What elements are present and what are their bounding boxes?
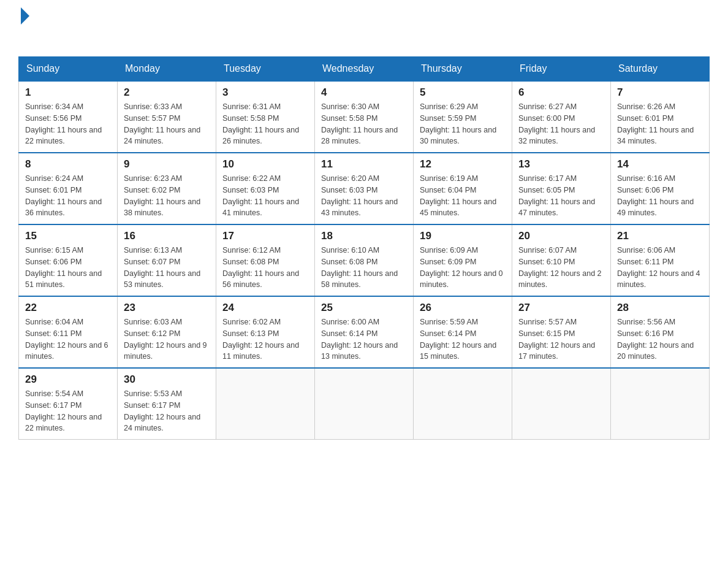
- header: [18, 12, 710, 44]
- day-number: 22: [25, 302, 111, 314]
- day-info: Sunrise: 6:26 AMSunset: 6:01 PMDaylight:…: [617, 101, 703, 147]
- calendar-cell: [414, 368, 512, 440]
- day-number: 6: [518, 86, 604, 99]
- calendar-cell: 25Sunrise: 6:00 AMSunset: 6:14 PMDayligh…: [315, 296, 414, 368]
- calendar-cell: 17Sunrise: 6:12 AMSunset: 6:08 PMDayligh…: [216, 224, 315, 296]
- calendar-cell: 14Sunrise: 6:16 AMSunset: 6:06 PMDayligh…: [611, 153, 710, 224]
- day-info: Sunrise: 6:24 AMSunset: 6:01 PMDaylight:…: [25, 173, 111, 219]
- calendar-cell: 22Sunrise: 6:04 AMSunset: 6:11 PMDayligh…: [19, 296, 118, 368]
- day-info: Sunrise: 6:07 AMSunset: 6:10 PMDaylight:…: [518, 245, 604, 291]
- logo-arrow-icon: [21, 7, 29, 25]
- day-number: 17: [222, 230, 308, 242]
- day-number: 30: [124, 373, 210, 386]
- day-info: Sunrise: 6:15 AMSunset: 6:06 PMDaylight:…: [25, 245, 111, 291]
- calendar-cell: 11Sunrise: 6:20 AMSunset: 6:03 PMDayligh…: [315, 153, 414, 224]
- calendar-cell: 28Sunrise: 5:56 AMSunset: 6:16 PMDayligh…: [611, 296, 710, 368]
- calendar-cell: 16Sunrise: 6:13 AMSunset: 6:07 PMDayligh…: [118, 224, 216, 296]
- weekday-header-wednesday: Wednesday: [315, 57, 414, 82]
- day-number: 27: [518, 302, 604, 314]
- day-info: Sunrise: 5:53 AMSunset: 6:17 PMDaylight:…: [124, 388, 210, 434]
- day-number: 18: [321, 230, 407, 242]
- day-info: Sunrise: 5:56 AMSunset: 6:16 PMDaylight:…: [617, 316, 703, 362]
- week-row-3: 15Sunrise: 6:15 AMSunset: 6:06 PMDayligh…: [19, 224, 710, 296]
- day-number: 13: [518, 158, 604, 170]
- day-number: 12: [420, 158, 506, 170]
- calendar-cell: 8Sunrise: 6:24 AMSunset: 6:01 PMDaylight…: [19, 153, 118, 224]
- day-number: 11: [321, 158, 407, 170]
- calendar-cell: 21Sunrise: 6:06 AMSunset: 6:11 PMDayligh…: [611, 224, 710, 296]
- calendar-cell: 2Sunrise: 6:33 AMSunset: 5:57 PMDaylight…: [118, 81, 216, 153]
- calendar-cell: [315, 368, 414, 440]
- day-number: 14: [617, 158, 703, 170]
- day-number: 20: [518, 230, 604, 242]
- calendar-cell: 19Sunrise: 6:09 AMSunset: 6:09 PMDayligh…: [414, 224, 512, 296]
- calendar-cell: 9Sunrise: 6:23 AMSunset: 6:02 PMDaylight…: [118, 153, 216, 224]
- day-info: Sunrise: 6:27 AMSunset: 6:00 PMDaylight:…: [518, 101, 604, 147]
- day-info: Sunrise: 6:33 AMSunset: 5:57 PMDaylight:…: [124, 101, 210, 147]
- calendar-cell: 15Sunrise: 6:15 AMSunset: 6:06 PMDayligh…: [19, 224, 118, 296]
- day-number: 23: [124, 302, 210, 314]
- day-info: Sunrise: 5:54 AMSunset: 6:17 PMDaylight:…: [25, 388, 111, 434]
- weekday-header-monday: Monday: [118, 57, 216, 82]
- weekday-header-row: SundayMondayTuesdayWednesdayThursdayFrid…: [19, 57, 710, 82]
- day-info: Sunrise: 6:12 AMSunset: 6:08 PMDaylight:…: [222, 245, 308, 291]
- day-info: Sunrise: 6:10 AMSunset: 6:08 PMDaylight:…: [321, 245, 407, 291]
- calendar-cell: 4Sunrise: 6:30 AMSunset: 5:58 PMDaylight…: [315, 81, 414, 153]
- day-info: Sunrise: 6:16 AMSunset: 6:06 PMDaylight:…: [617, 173, 703, 219]
- calendar-cell: 3Sunrise: 6:31 AMSunset: 5:58 PMDaylight…: [216, 81, 315, 153]
- day-number: 10: [222, 158, 308, 170]
- day-number: 19: [420, 230, 506, 242]
- day-info: Sunrise: 6:23 AMSunset: 6:02 PMDaylight:…: [124, 173, 210, 219]
- day-number: 28: [617, 302, 703, 314]
- calendar-cell: 13Sunrise: 6:17 AMSunset: 6:05 PMDayligh…: [512, 153, 611, 224]
- calendar-cell: 29Sunrise: 5:54 AMSunset: 6:17 PMDayligh…: [19, 368, 118, 440]
- day-info: Sunrise: 6:06 AMSunset: 6:11 PMDaylight:…: [617, 245, 703, 291]
- week-row-5: 29Sunrise: 5:54 AMSunset: 6:17 PMDayligh…: [19, 368, 710, 440]
- weekday-header-sunday: Sunday: [19, 57, 118, 82]
- day-number: 24: [222, 302, 308, 314]
- day-number: 1: [25, 86, 111, 99]
- day-info: Sunrise: 6:03 AMSunset: 6:12 PMDaylight:…: [124, 316, 210, 362]
- calendar-cell: 30Sunrise: 5:53 AMSunset: 6:17 PMDayligh…: [118, 368, 216, 440]
- calendar-cell: 1Sunrise: 6:34 AMSunset: 5:56 PMDaylight…: [19, 81, 118, 153]
- calendar-cell: 18Sunrise: 6:10 AMSunset: 6:08 PMDayligh…: [315, 224, 414, 296]
- calendar-table: SundayMondayTuesdayWednesdayThursdayFrid…: [18, 56, 710, 440]
- calendar-cell: [512, 368, 611, 440]
- day-number: 15: [25, 230, 111, 242]
- calendar-cell: 26Sunrise: 5:59 AMSunset: 6:14 PMDayligh…: [414, 296, 512, 368]
- day-number: 3: [222, 86, 308, 99]
- calendar-cell: 20Sunrise: 6:07 AMSunset: 6:10 PMDayligh…: [512, 224, 611, 296]
- day-number: 2: [124, 86, 210, 99]
- day-number: 25: [321, 302, 407, 314]
- day-info: Sunrise: 5:57 AMSunset: 6:15 PMDaylight:…: [518, 316, 604, 362]
- weekday-header-tuesday: Tuesday: [216, 57, 315, 82]
- calendar-cell: 6Sunrise: 6:27 AMSunset: 6:00 PMDaylight…: [512, 81, 611, 153]
- day-info: Sunrise: 6:20 AMSunset: 6:03 PMDaylight:…: [321, 173, 407, 219]
- weekday-header-saturday: Saturday: [611, 57, 710, 82]
- calendar-cell: 7Sunrise: 6:26 AMSunset: 6:01 PMDaylight…: [611, 81, 710, 153]
- calendar-cell: 12Sunrise: 6:19 AMSunset: 6:04 PMDayligh…: [414, 153, 512, 224]
- day-info: Sunrise: 6:31 AMSunset: 5:58 PMDaylight:…: [222, 101, 308, 147]
- day-info: Sunrise: 6:30 AMSunset: 5:58 PMDaylight:…: [321, 101, 407, 147]
- calendar-cell: [216, 368, 315, 440]
- day-number: 8: [25, 158, 111, 170]
- day-info: Sunrise: 6:17 AMSunset: 6:05 PMDaylight:…: [518, 173, 604, 219]
- day-info: Sunrise: 6:19 AMSunset: 6:04 PMDaylight:…: [420, 173, 506, 219]
- weekday-header-thursday: Thursday: [414, 57, 512, 82]
- page-container: SundayMondayTuesdayWednesdayThursdayFrid…: [0, 0, 728, 452]
- day-number: 5: [420, 86, 506, 99]
- week-row-2: 8Sunrise: 6:24 AMSunset: 6:01 PMDaylight…: [19, 153, 710, 224]
- week-row-1: 1Sunrise: 6:34 AMSunset: 5:56 PMDaylight…: [19, 81, 710, 153]
- day-info: Sunrise: 6:29 AMSunset: 5:59 PMDaylight:…: [420, 101, 506, 147]
- calendar-cell: 24Sunrise: 6:02 AMSunset: 6:13 PMDayligh…: [216, 296, 315, 368]
- day-number: 26: [420, 302, 506, 314]
- day-info: Sunrise: 6:04 AMSunset: 6:11 PMDaylight:…: [25, 316, 111, 362]
- calendar-cell: 23Sunrise: 6:03 AMSunset: 6:12 PMDayligh…: [118, 296, 216, 368]
- day-info: Sunrise: 6:09 AMSunset: 6:09 PMDaylight:…: [420, 245, 506, 291]
- day-number: 29: [25, 373, 111, 386]
- day-number: 4: [321, 86, 407, 99]
- day-info: Sunrise: 5:59 AMSunset: 6:14 PMDaylight:…: [420, 316, 506, 362]
- day-number: 9: [124, 158, 210, 170]
- calendar-cell: 5Sunrise: 6:29 AMSunset: 5:59 PMDaylight…: [414, 81, 512, 153]
- day-info: Sunrise: 6:13 AMSunset: 6:07 PMDaylight:…: [124, 245, 210, 291]
